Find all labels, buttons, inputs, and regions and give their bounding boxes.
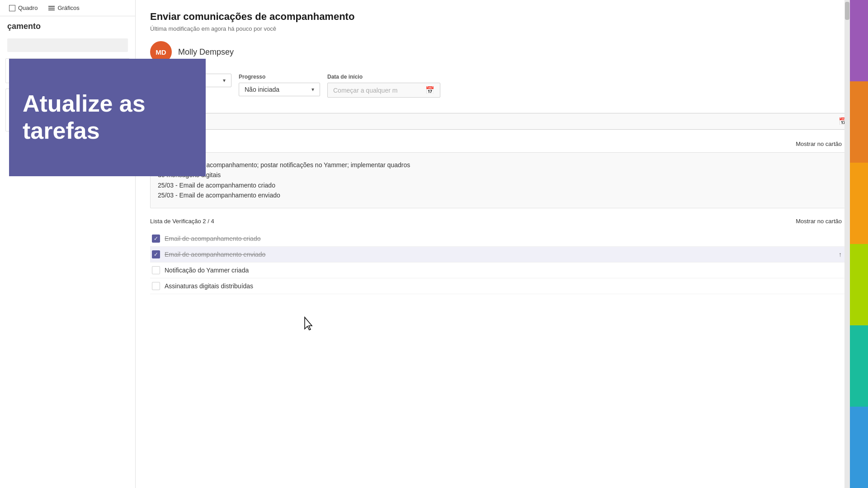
checklist-title: Lista de Verificação 2 / 4: [150, 218, 214, 225]
assignee-name: Molly Dempsey: [178, 47, 234, 57]
description-box[interactable]: Enviar emails de acompanhamento; postar …: [150, 152, 854, 208]
checklist-show-on-card-label: Mostrar no cartão: [796, 218, 842, 225]
scrollbar-track: [844, 0, 850, 488]
sidebar-filter: [7, 38, 128, 52]
color-block-orange[interactable]: [850, 81, 868, 163]
start-date-input[interactable]: Começar a qualquer m 📅: [327, 83, 440, 98]
checklist-item-2-text: Email de acompanhamento enviado: [165, 251, 834, 258]
overlay-banner: Atualize as tarefas: [9, 59, 206, 176]
sidebar-header: çamento: [0, 16, 135, 35]
assignee-row: MD Molly Dempsey: [150, 41, 854, 63]
checklist-header: Lista de Verificação 2 / 4 Mostrar no ca…: [150, 217, 854, 225]
progress-select[interactable]: Não iniciada ▾: [239, 83, 320, 96]
overlay-banner-text: Atualize as tarefas: [23, 90, 192, 145]
conclusion-date-value: 4/2019: [156, 118, 839, 125]
checklist-item-2-checkbox[interactable]: ✓: [152, 250, 160, 258]
description-line-2: de mensagens digitais: [158, 170, 846, 180]
progress-value: Não iniciada: [245, 86, 308, 93]
conclusion-date-field[interactable]: 4/2019 📅: [150, 113, 854, 130]
sidebar-nav-label-graficos: Gráficos: [57, 5, 79, 11]
checklist-item-4-text: Assinaturas digitais distribuídas: [165, 282, 852, 290]
color-block-purple[interactable]: [850, 0, 868, 81]
description-line-1: Enviar emails de acompanhamento; postar …: [158, 160, 846, 170]
start-date-field-group: Data de início Começar a qualquer m 📅: [327, 74, 440, 98]
conclusion-section: conclusão 4/2019 📅: [150, 107, 854, 130]
sidebar-item-quadro[interactable]: Quadro: [4, 0, 43, 16]
show-on-card-label: Mostrar no cartão: [796, 141, 842, 147]
fields-row: Lançamento ▾ Progresso Não iniciada ▾ Da…: [150, 74, 854, 98]
phase-dropdown-icon: ▾: [223, 77, 226, 84]
checklist-section: Lista de Verificação 2 / 4 Mostrar no ca…: [150, 217, 854, 294]
scrollbar-thumb[interactable]: [845, 2, 849, 20]
color-block-yellow[interactable]: [850, 163, 868, 244]
grid-icon: [9, 5, 15, 11]
start-date-placeholder: Começar a qualquer m: [333, 87, 422, 94]
task-subtitle: Última modificação em agora há pouco por…: [150, 25, 854, 32]
start-date-label: Data de início: [327, 74, 440, 80]
progress-label: Progresso: [239, 74, 320, 80]
color-block-cyan[interactable]: [850, 407, 868, 488]
bars-icon: [48, 6, 55, 10]
checklist-item-1: ✓ Email de acompanhamento criado: [150, 231, 854, 247]
svg-marker-0: [305, 317, 312, 330]
progress-dropdown-icon: ▾: [311, 86, 314, 93]
progress-field-group: Progresso Não iniciada ▾: [239, 74, 320, 96]
checklist-item-4: Assinaturas digitais distribuídas: [150, 278, 854, 294]
description-section: Descrição Mostrar no cartão ✓ Enviar ema…: [150, 139, 854, 208]
start-date-calendar-icon: 📅: [425, 86, 434, 94]
checklist-item-2: ✓ Email de acompanhamento enviado ↑ 🗑: [150, 247, 854, 263]
description-header: Descrição Mostrar no cartão ✓: [150, 139, 854, 149]
sidebar-nav: Quadro Gráficos: [0, 0, 135, 16]
checklist-item-3: Notificação do Yammer criada: [150, 263, 854, 278]
sidebar-nav-label-quadro: Quadro: [18, 5, 38, 11]
move-up-icon[interactable]: ↑: [839, 251, 842, 258]
checklist-item-3-checkbox[interactable]: [152, 266, 160, 274]
sidebar-item-graficos[interactable]: Gráficos: [43, 0, 85, 16]
main-content: Enviar comunicações de acompanhamento Úl…: [136, 0, 868, 488]
checklist-item-1-text: Email de acompanhamento criado: [165, 235, 852, 242]
color-block-lime[interactable]: [850, 244, 868, 325]
description-line-3: 25/03 - Email de acompanhamento criado: [158, 180, 846, 190]
checklist-item-1-checkbox[interactable]: ✓: [152, 235, 160, 243]
conclusion-label: conclusão: [150, 107, 854, 113]
color-strip: [850, 0, 868, 488]
task-title: Enviar comunicações de acompanhamento: [150, 11, 854, 23]
description-line-4: 25/03 - Email de acompanhamento enviado: [158, 190, 846, 200]
checklist-item-3-text: Notificação do Yammer criada: [165, 267, 852, 274]
conclusion-date-row: 4/2019 📅: [150, 113, 854, 130]
checklist-item-4-checkbox[interactable]: [152, 282, 160, 290]
color-block-teal[interactable]: [850, 325, 868, 407]
cursor: [303, 316, 317, 333]
